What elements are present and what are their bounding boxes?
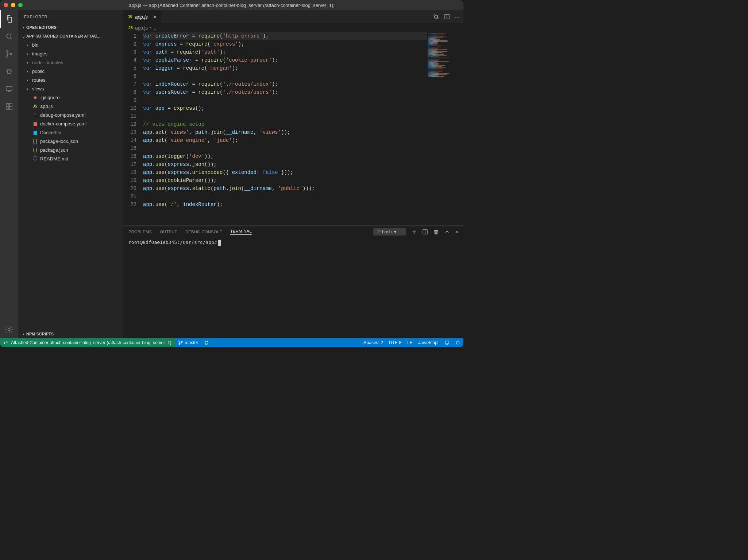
svg-point-15 xyxy=(179,341,180,342)
panel-tabs: PROBLEMS OUTPUT DEBUG CONSOLE TERMINAL 2… xyxy=(123,226,463,238)
chevron-right-icon: › xyxy=(25,77,30,83)
bottom-panel: PROBLEMS OUTPUT DEBUG CONSOLE TERMINAL 2… xyxy=(123,225,463,338)
minimize-window-button[interactable] xyxy=(11,3,15,7)
svg-point-17 xyxy=(181,341,182,342)
file-label: debug-compose.yaml xyxy=(40,112,85,118)
folder-label: bin xyxy=(32,42,38,48)
status-eol[interactable]: LF xyxy=(404,340,415,345)
breadcrumb-file: app.js xyxy=(135,25,148,31)
file-debug-compose-yaml[interactable]: !debug-compose.yaml xyxy=(18,110,123,119)
terminal-selector[interactable]: 2: bash ▾ xyxy=(373,228,406,236)
svg-point-1 xyxy=(7,51,8,52)
explorer-sidebar: EXPLORER › OPEN EDITORS ⌄ APP [ATTACHED … xyxy=(18,10,123,338)
chevron-right-icon: › xyxy=(25,69,30,74)
titlebar: app.js — app [Attached Container attach-… xyxy=(0,0,463,10)
tab-debug-console[interactable]: DEBUG CONSOLE xyxy=(185,230,222,234)
file--gitignore[interactable]: ◆.gitignore xyxy=(18,93,123,102)
split-editor-icon[interactable] xyxy=(444,14,450,20)
workspace-root-section[interactable]: ⌄ APP [ATTACHED CONTAINER ATTAC... xyxy=(18,32,123,40)
compare-changes-icon[interactable] xyxy=(433,14,439,20)
file-label: app.js xyxy=(40,104,53,109)
status-branch-label: master xyxy=(185,340,198,345)
tab-app-js[interactable]: JS app.js ✕ xyxy=(123,10,162,23)
npm-scripts-section[interactable]: › NPM SCRIPTS xyxy=(18,330,123,338)
open-editors-label: OPEN EDITORS xyxy=(26,25,57,30)
close-panel-icon[interactable]: ✕ xyxy=(455,230,458,234)
status-language[interactable]: JavaScript xyxy=(415,340,442,345)
folder-bin[interactable]: ›bin xyxy=(18,40,123,49)
editor-area: JS app.js ✕ ··· JS app.js › ... 12345678… xyxy=(123,10,463,338)
file-docker-compose-yaml[interactable]: ▆docker-compose.yaml xyxy=(18,119,123,128)
status-remote[interactable]: Attached Container attach-container-blog… xyxy=(0,338,175,347)
json-file-icon: { } xyxy=(32,147,38,152)
tab-problems[interactable]: PROBLEMS xyxy=(128,230,152,234)
explorer-icon[interactable] xyxy=(0,10,18,28)
file-app-js[interactable]: JSapp.js xyxy=(18,102,123,110)
status-branch[interactable]: master xyxy=(175,338,201,347)
folder-public[interactable]: ›public xyxy=(18,67,123,75)
extensions-icon[interactable] xyxy=(0,98,18,115)
status-bar: Attached Container attach-container-blog… xyxy=(0,338,463,347)
yaml-file-icon: ! xyxy=(32,112,38,117)
settings-gear-icon[interactable] xyxy=(0,321,18,338)
svg-point-10 xyxy=(8,328,10,331)
svg-rect-5 xyxy=(6,86,12,90)
file-package-json[interactable]: { }package.json xyxy=(18,145,123,154)
docker2-file-icon: ▆ xyxy=(32,121,38,126)
tab-output[interactable]: OUTPUT xyxy=(160,230,177,234)
svg-point-4 xyxy=(7,70,11,74)
json-file-icon: { } xyxy=(32,139,38,144)
maximize-panel-icon[interactable] xyxy=(444,229,450,235)
terminal-body[interactable]: root@8df0ae1eb345:/usr/src/app# xyxy=(123,238,463,338)
status-notifications-icon[interactable] xyxy=(452,340,463,345)
file-package-lock-json[interactable]: { }package-lock.json xyxy=(18,137,123,145)
breadcrumb-more: ... xyxy=(154,25,158,31)
chevron-right-icon: › xyxy=(20,25,26,30)
chevron-down-icon: ⌄ xyxy=(20,34,26,39)
window-controls xyxy=(4,3,23,7)
file-README-md[interactable]: ⓘREADME.md xyxy=(18,154,123,163)
status-spaces[interactable]: Spaces: 2 xyxy=(361,340,386,345)
close-tab-icon[interactable]: ✕ xyxy=(153,14,157,20)
chevron-right-icon: › xyxy=(20,332,26,336)
breadcrumb[interactable]: JS app.js › ... xyxy=(123,23,463,32)
svg-rect-7 xyxy=(6,107,9,109)
code-editor[interactable]: 12345678910111213141516171819202122 var … xyxy=(123,32,463,225)
split-terminal-icon[interactable] xyxy=(422,229,428,235)
svg-point-11 xyxy=(434,15,435,16)
svg-point-3 xyxy=(10,53,12,55)
folder-routes[interactable]: ›routes xyxy=(18,75,123,84)
maximize-window-button[interactable] xyxy=(18,3,23,7)
more-actions-icon[interactable]: ··· xyxy=(455,14,459,20)
chevron-right-icon: › xyxy=(25,42,30,48)
folder-node_modules[interactable]: ›node_modules xyxy=(18,58,123,67)
file-Dockerfile[interactable]: ▆Dockerfile xyxy=(18,128,123,137)
file-label: package.json xyxy=(40,147,68,153)
chevron-right-icon: › xyxy=(25,60,30,65)
folder-images[interactable]: ›images xyxy=(18,49,123,58)
file-label: README.md xyxy=(40,156,68,162)
folder-views[interactable]: ›views xyxy=(18,84,123,93)
minimap[interactable] xyxy=(427,32,463,225)
new-terminal-icon[interactable] xyxy=(411,229,417,235)
status-sync[interactable] xyxy=(201,338,212,347)
activity-bar xyxy=(0,10,18,338)
tab-terminal[interactable]: TERMINAL xyxy=(230,229,252,235)
search-icon[interactable] xyxy=(0,28,18,45)
source-control-icon[interactable] xyxy=(0,45,18,63)
svg-rect-9 xyxy=(9,104,12,106)
svg-rect-6 xyxy=(6,104,9,106)
kill-terminal-icon[interactable] xyxy=(433,229,439,235)
tab-bar: JS app.js ✕ ··· xyxy=(123,10,463,23)
open-editors-section[interactable]: › OPEN EDITORS xyxy=(18,23,123,32)
status-feedback-icon[interactable] xyxy=(442,340,452,345)
debug-icon[interactable] xyxy=(0,63,18,80)
file-label: docker-compose.yaml xyxy=(40,121,86,127)
code-content[interactable]: var createError = require('http-errors')… xyxy=(143,32,427,225)
file-tree: ›bin›images›node_modules›public›routes›v… xyxy=(18,40,123,330)
status-encoding[interactable]: UTF-8 xyxy=(386,340,404,345)
remote-explorer-icon[interactable] xyxy=(0,80,18,98)
close-window-button[interactable] xyxy=(4,3,8,7)
svg-point-0 xyxy=(7,34,11,38)
folder-label: views xyxy=(32,86,44,92)
